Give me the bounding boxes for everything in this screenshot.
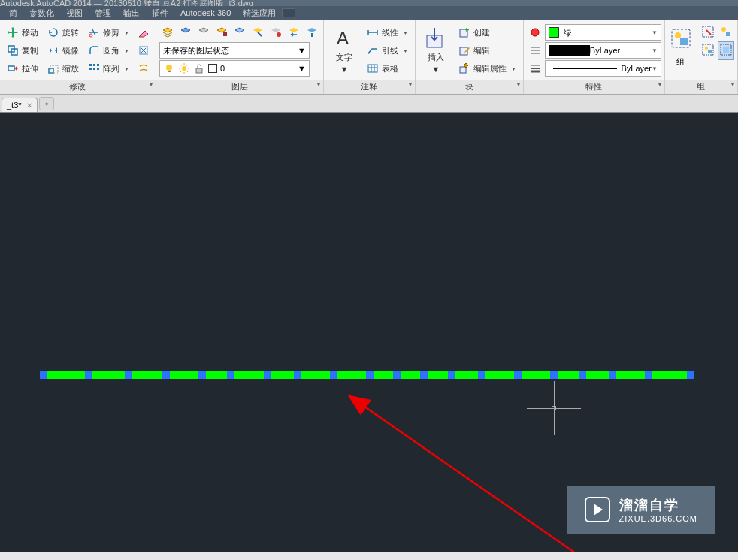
panel-title-properties[interactable]: 特性 [524,80,664,94]
svg-rect-18 [196,68,202,73]
menu-featured[interactable]: 精选应用 [237,6,282,20]
group-label: 组 [676,56,685,68]
lineweight-combo[interactable]: ByLayer ▼ [545,42,661,59]
rotate-button[interactable]: 旋转 [44,24,83,41]
layer-match-icon [270,26,282,38]
ribbon-panel-modify: 移动 复制 拉伸 旋转 镜像 [0,20,156,94]
layer-stack3-icon [198,26,210,38]
layer-freeze-button[interactable] [195,24,212,41]
grip-handle[interactable] [448,371,455,379]
panel-title-modify[interactable]: 修改 [0,80,156,94]
sun-icon [178,62,190,74]
match-prop-button[interactable] [527,24,543,41]
grip-handle[interactable] [227,371,234,379]
grip-handle[interactable] [478,371,485,379]
insert-button[interactable]: 插入 ▼ [419,24,453,75]
group-edit-icon [702,26,714,38]
close-icon[interactable]: ✕ [26,101,32,110]
stretch-button[interactable]: 拉伸 [3,60,42,77]
color-combo[interactable]: 绿 ▼ [545,24,661,41]
group-edit-button[interactable] [700,23,716,42]
menu-output[interactable]: 输出 [117,6,146,20]
panel-title-layer[interactable]: 图层 [156,80,323,94]
scale-button[interactable]: 缩放 [44,60,83,77]
grip-handle[interactable] [40,371,47,379]
svg-point-15 [166,65,172,71]
mirror-icon [47,44,59,56]
mirror-button[interactable]: 镜像 [44,42,83,59]
layer-prev-button[interactable] [286,24,302,41]
grip-handle[interactable] [393,371,401,379]
linear-dim-icon [367,26,379,38]
grip-handle[interactable] [198,371,206,379]
document-tab[interactable]: _t3* ✕ [2,98,38,112]
grip-handle[interactable] [609,371,616,379]
layer-current-combo[interactable]: 0 ▼ [159,60,310,77]
layer-uniso-button[interactable] [250,24,266,41]
erase-button[interactable] [135,24,153,41]
leader-button[interactable]: 引线▼ [363,42,412,59]
grip-handle[interactable] [687,371,694,379]
menu-a360[interactable]: Autodesk 360 [174,7,237,19]
grip-handle[interactable] [514,371,522,379]
menu-view[interactable]: 视图 [60,6,89,20]
offset-button[interactable] [135,60,153,77]
dropdown-arrow-icon: ▼ [403,48,408,53]
linear-dim-button[interactable]: 线性▼ [363,24,412,41]
layer-lock-button[interactable] [213,24,230,41]
layer-state-combo[interactable]: 未保存的图层状态 ▼ [159,42,310,59]
svg-rect-9 [89,68,92,70]
selected-line-object[interactable] [41,371,693,379]
text-button[interactable]: A 文字 ▼ [327,24,361,75]
grip-handle[interactable] [420,371,428,379]
panel-title-annotate[interactable]: 注释 [324,80,415,94]
grip-handle[interactable] [579,371,586,379]
layer-iso-button[interactable] [231,24,248,41]
panel-title-block[interactable]: 块 [416,80,523,94]
layer-walk-button[interactable] [304,24,320,41]
group-bbox-button[interactable] [700,41,716,60]
drawing-area[interactable]: 溜溜自学 ZIXUE.3D66.COM [0,113,738,552]
grip-handle[interactable] [550,371,558,379]
offset-icon [138,62,150,74]
table-icon [367,62,379,74]
menu-parametric[interactable]: 参数化 [23,6,60,20]
new-tab-button[interactable]: ✦ [39,97,54,110]
table-button[interactable]: 表格 [363,60,412,77]
move-button[interactable]: 移动 [3,24,42,41]
linetype-btn[interactable] [527,42,543,59]
copy-button[interactable]: 复制 [3,42,42,59]
grip-handle[interactable] [85,371,92,379]
grip-handle[interactable] [645,371,652,379]
grip-handle[interactable] [330,371,337,379]
linetype-combo[interactable]: ByLayer ▼ [545,60,661,77]
grip-handle[interactable] [366,371,374,379]
grip-handle[interactable] [294,371,301,379]
layer-match-button[interactable] [268,24,284,41]
grip-handle[interactable] [162,371,170,379]
ungroup-button[interactable] [718,23,734,42]
layer-off-button[interactable] [177,24,194,41]
menu-more[interactable] [282,8,295,17]
edit-attr-button[interactable]: 编辑属性▼ [455,60,520,77]
trim-button[interactable]: 修剪▼ [84,24,133,41]
svg-point-27 [675,32,681,38]
ribbon-panel-annotate: A 文字 ▼ 线性▼ 引线▼ 表格 注释 [324,20,416,94]
lineweight-btn[interactable] [527,60,543,77]
block-create-button[interactable]: 创建 [455,24,520,41]
block-edit-button[interactable]: 编辑 [455,42,520,59]
menu-home[interactable]: 简 [3,6,23,20]
grip-handle[interactable] [264,371,271,379]
leader-icon [367,44,379,56]
explode-button[interactable] [135,42,153,59]
layer-props-button[interactable] [159,24,176,41]
fillet-button[interactable]: 圆角▼ [84,42,133,59]
group-select-button[interactable] [718,41,734,60]
group-main-button[interactable] [668,26,694,53]
array-button[interactable]: 阵列▼ [84,60,133,77]
menu-manage[interactable]: 管理 [89,6,117,20]
copy-icon [7,44,19,56]
menu-addins[interactable]: 插件 [146,6,174,20]
grip-handle[interactable] [125,371,132,379]
panel-title-group[interactable]: 组 [665,80,737,94]
